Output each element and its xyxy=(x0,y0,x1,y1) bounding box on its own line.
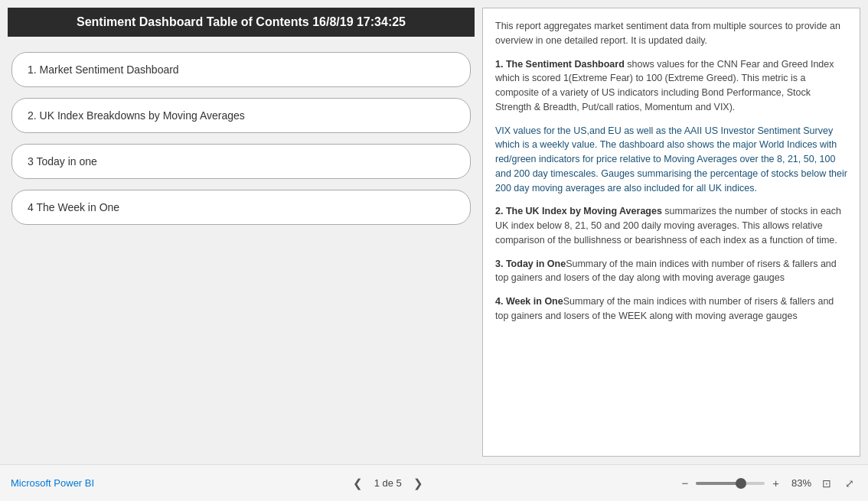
section-content-s1: 1. The Sentiment Dashboard shows values … xyxy=(495,57,847,115)
title-bar: Sentiment Dashboard Table of Contents 16… xyxy=(8,8,475,37)
section-content-s4: 4. Week in OneSummary of the main indice… xyxy=(495,294,847,324)
section-block-s3: 3. Today in OneSummary of the main indic… xyxy=(495,257,847,286)
page-navigation: ❮ 1 de 5 ❯ xyxy=(349,475,427,492)
section-content-s1b: VIX values for the US,and EU as well as … xyxy=(495,124,847,196)
section-content-s2: 2. The UK Index by Moving Averages summa… xyxy=(495,204,847,247)
nav-items: 1. Market Sentiment Dashboard2. UK Index… xyxy=(8,52,475,225)
section-title-s2: 2. The UK Index by Moving Averages xyxy=(495,206,662,216)
zoom-in-button[interactable]: + xyxy=(772,477,779,490)
nav-item-item1[interactable]: 1. Market Sentiment Dashboard xyxy=(11,52,471,87)
nav-item-item4[interactable]: 4 The Week in One xyxy=(11,190,471,225)
page-indicator: 1 de 5 xyxy=(374,477,402,489)
section-block-s1: 1. The Sentiment Dashboard shows values … xyxy=(495,57,847,115)
section-title-s4: 4. Week in One xyxy=(495,296,563,307)
left-panel: Sentiment Dashboard Table of Contents 16… xyxy=(8,8,475,457)
intro-text: This report aggregates market sentiment … xyxy=(495,19,847,48)
next-page-button[interactable]: ❯ xyxy=(410,475,427,492)
bottom-bar: Microsoft Power BI ❮ 1 de 5 ❯ − + 83% ⊡ … xyxy=(0,464,868,501)
zoom-slider[interactable] xyxy=(696,482,765,485)
prev-page-button[interactable]: ❮ xyxy=(349,475,367,492)
nav-item-item2[interactable]: 2. UK Index Breakdowns by Moving Average… xyxy=(11,98,471,133)
right-panel: This report aggregates market sentiment … xyxy=(482,8,860,457)
section-content-s3: 3. Today in OneSummary of the main indic… xyxy=(495,257,847,286)
section-block-s4: 4. Week in OneSummary of the main indice… xyxy=(495,294,847,324)
title-text: Sentiment Dashboard Table of Contents 16… xyxy=(77,15,406,28)
zoom-out-button[interactable]: − xyxy=(681,477,688,490)
section-block-s1b: VIX values for the US,and EU as well as … xyxy=(495,124,847,196)
fit-page-button[interactable]: ⊡ xyxy=(819,476,834,491)
fullscreen-button[interactable]: ⤢ xyxy=(842,476,857,491)
section-title-s1: 1. The Sentiment Dashboard xyxy=(495,59,625,70)
zoom-level: 83% xyxy=(787,477,811,489)
section-block-s2: 2. The UK Index by Moving Averages summa… xyxy=(495,204,847,247)
brand-link-text: Microsoft Power BI xyxy=(11,477,94,489)
brand-link[interactable]: Microsoft Power BI xyxy=(11,477,94,489)
nav-item-item3[interactable]: 3 Today in one xyxy=(11,144,471,179)
zoom-controls: − + 83% ⊡ ⤢ xyxy=(681,476,857,491)
section-title-s3: 3. Today in One xyxy=(495,259,566,269)
